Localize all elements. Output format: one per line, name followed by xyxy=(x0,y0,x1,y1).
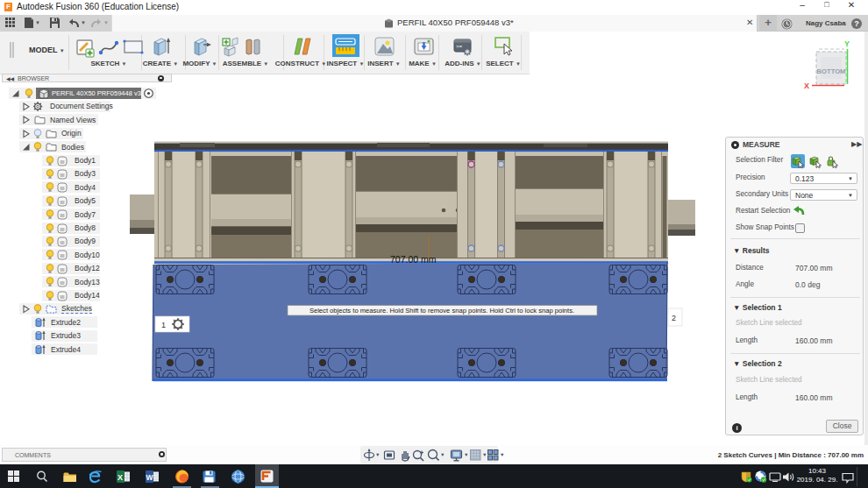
svg-text:X: X xyxy=(804,81,809,90)
svg-text:707.00 mm: 707.00 mm xyxy=(390,254,437,265)
svg-text:Select objects to measure. Hol: Select objects to measure. Hold Shift to… xyxy=(309,307,574,315)
svg-text:X: X xyxy=(117,473,123,482)
svg-text:2: 2 xyxy=(672,314,676,322)
svg-text:Y: Y xyxy=(844,39,850,48)
svg-text:>=: >= xyxy=(456,44,463,50)
svg-text:1: 1 xyxy=(161,321,166,329)
svg-text:W: W xyxy=(146,473,154,482)
svg-text:BOTTOM: BOTTOM xyxy=(817,67,846,75)
